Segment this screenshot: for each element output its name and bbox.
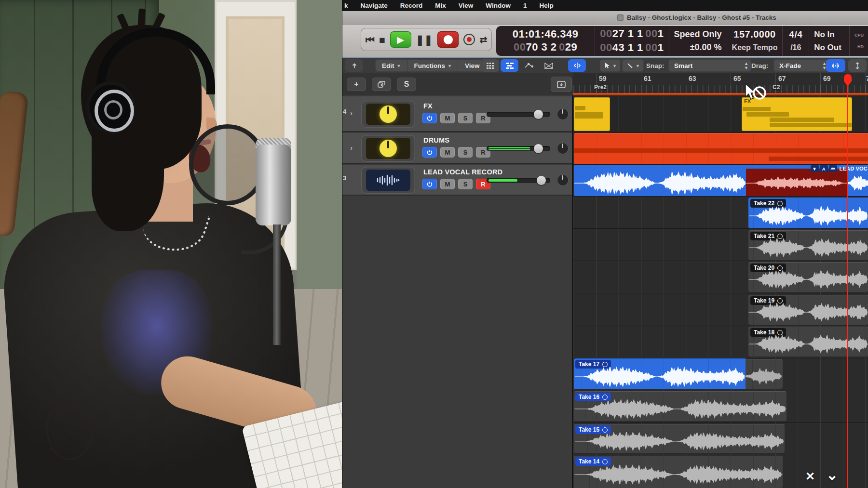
arrange-area[interactable]: FX ▼ A — [573, 95, 868, 488]
record-button[interactable] — [437, 31, 459, 48]
region-drums[interactable] — [574, 133, 868, 164]
track-icon[interactable] — [361, 167, 415, 194]
wall — [297, 0, 342, 299]
take-region-22[interactable]: Take 22 — [748, 198, 868, 228]
menu-item-window[interactable]: Window — [486, 2, 511, 9]
take-folder-region-lead-vocal[interactable]: ▼ A LEAD VOC — [574, 165, 868, 196]
command-click-tool[interactable]: ▾ — [622, 59, 644, 72]
locator-ticks: 1 — [658, 27, 664, 40]
lcd-varispeed[interactable]: Speed Only ±0.00 % — [669, 26, 727, 56]
menu-item-help[interactable]: Help — [540, 2, 554, 9]
take-folder-a-icon[interactable]: A — [820, 165, 828, 172]
take-region-19[interactable]: Take 19 — [748, 295, 868, 325]
edit-menu[interactable]: Edit▾ — [375, 59, 407, 72]
waveform — [575, 398, 786, 420]
marker-c2[interactable]: C2 — [773, 84, 780, 91]
region-inspector-toggle[interactable] — [551, 77, 572, 92]
low-latency-icon[interactable] — [345, 59, 363, 72]
take-region-20[interactable]: Take 20 — [748, 262, 868, 292]
comp-section-recording[interactable] — [746, 169, 848, 196]
stop-button[interactable]: ■ — [379, 35, 385, 45]
comp-circle-icon[interactable] — [602, 459, 608, 464]
varispeed-value: ±0.00 % — [690, 41, 722, 54]
solo-tracks-button[interactable]: S — [397, 78, 416, 91]
disclosure-triangle-icon[interactable]: › — [350, 144, 353, 152]
track-header-lead-vocal[interactable]: 3 LEAD VOCAL RECORD M S R — [342, 165, 572, 196]
lcd-display[interactable]: 01:01:46.349 0070 3 2 029 0027 1 1 001 0… — [496, 26, 868, 56]
marker-pre2[interactable]: Pre2 — [594, 84, 607, 91]
pause-button[interactable]: ❚❚ — [416, 35, 433, 45]
take-folder-flatten-icon[interactable] — [829, 165, 837, 172]
menu-item-1[interactable]: 1 — [523, 2, 527, 9]
solo-button[interactable]: S — [458, 113, 473, 123]
waveform — [749, 205, 868, 226]
track-name[interactable]: LEAD VOCAL RECORD — [423, 168, 502, 176]
take-region-16[interactable]: Take 16 — [574, 391, 787, 421]
pan-knob[interactable] — [556, 174, 569, 186]
menu-item-record[interactable]: Record — [400, 2, 423, 9]
bar-ruler[interactable]: 59 61 63 65 67 69 71 Pre2 C2 — [573, 73, 868, 95]
playhead-line[interactable] — [847, 86, 848, 488]
solo-button[interactable]: S — [458, 147, 473, 158]
locator-pad: 00 — [645, 27, 657, 40]
waveform-zoom-icon[interactable] — [826, 59, 845, 72]
track-header-fx[interactable]: 4 › FX M S R — [342, 96, 572, 132]
track-on-button[interactable] — [422, 179, 437, 189]
pan-knob[interactable] — [556, 108, 569, 120]
midi-region-fx-1[interactable] — [574, 97, 610, 131]
volume-slider[interactable] — [487, 112, 550, 117]
take-region-14[interactable]: Take 14 — [574, 456, 783, 488]
chevron-down-icon[interactable]: ⌄ — [826, 466, 838, 483]
track-icon[interactable] — [361, 135, 415, 162]
lcd-tempo[interactable]: 157.0000 Keep Tempo — [727, 26, 783, 56]
functions-menu[interactable]: Functions▾ — [407, 59, 458, 72]
track-header-drums[interactable]: › DRUMS M S R — [342, 133, 572, 164]
menu-item-clipped[interactable]: k — [344, 2, 348, 9]
tempo-value: 157.0000 — [732, 28, 778, 41]
take-region-18[interactable]: Take 18 — [748, 327, 868, 356]
track-on-button[interactable] — [422, 113, 437, 123]
lcd-time-signature[interactable]: 4/4 /16 — [783, 26, 809, 56]
grid-view-icon[interactable] — [481, 59, 499, 72]
take-region-17-tail — [746, 359, 783, 389]
vertical-zoom-icon[interactable] — [848, 59, 867, 72]
menu-item-navigate[interactable]: Navigate — [361, 2, 388, 9]
take-region-15[interactable]: Take 15 — [574, 424, 785, 453]
automation-icon[interactable] — [520, 59, 538, 72]
duplicate-track-button[interactable] — [372, 78, 391, 91]
crossfade-icon[interactable] — [540, 59, 557, 72]
take-region-17[interactable]: Take 17 — [574, 358, 746, 389]
cycle-button[interactable]: ⇄ — [479, 35, 487, 44]
lcd-midi-io[interactable]: No In No Out — [809, 26, 850, 56]
track-icon[interactable] — [361, 101, 415, 128]
lcd-time-position[interactable]: 01:01:46.349 0070 3 2 029 — [496, 26, 595, 56]
add-track-button[interactable]: + — [347, 78, 366, 91]
rewind-to-start-button[interactable]: ⏮ — [366, 35, 375, 45]
lcd-locators[interactable]: 0027 1 1 001 0043 1 1 001 — [595, 26, 669, 56]
window-title-bar[interactable]: Ballsy - Ghost.logicx - Ballsy - Ghost #… — [342, 11, 868, 26]
flex-icon[interactable] — [568, 59, 586, 72]
left-click-tool[interactable]: ▾ — [600, 59, 621, 72]
pan-knob[interactable] — [556, 142, 569, 155]
take-folder-collapse-icon[interactable]: ▼ — [811, 165, 819, 172]
track-name[interactable]: DRUMS — [423, 136, 449, 144]
disclosure-triangle-icon[interactable]: › — [350, 109, 353, 117]
drag-dropdown[interactable]: X-Fade ▴▾ — [773, 59, 829, 72]
mute-button[interactable]: M — [440, 179, 455, 189]
take-region-21[interactable]: Take 21 — [748, 230, 868, 260]
play-button[interactable]: ▶ — [390, 31, 411, 48]
track-on-button[interactable] — [422, 147, 437, 158]
menu-item-view[interactable]: View — [459, 2, 474, 9]
menu-item-mix[interactable]: Mix — [435, 2, 446, 9]
close-icon[interactable]: ✕ — [805, 470, 815, 483]
list-view-icon[interactable] — [501, 59, 518, 72]
track-name[interactable]: FX — [423, 102, 433, 110]
volume-slider[interactable] — [487, 178, 550, 183]
mute-button[interactable]: M — [440, 147, 455, 158]
lcd-performance-meters[interactable]: CPU HD — [850, 26, 868, 56]
mute-button[interactable]: M — [440, 113, 455, 123]
volume-slider[interactable] — [487, 146, 550, 151]
record-enable-button[interactable] — [463, 34, 475, 45]
solo-button[interactable]: S — [458, 179, 473, 189]
snap-dropdown[interactable]: Smart ▴▾ — [668, 59, 751, 72]
